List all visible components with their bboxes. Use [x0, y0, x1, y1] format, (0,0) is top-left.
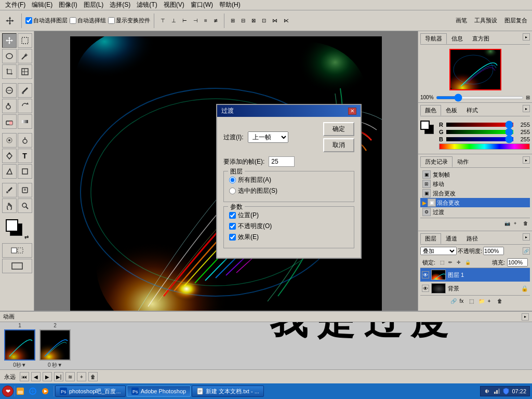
frame-1-delay[interactable]: 0秒▼ — [13, 362, 26, 369]
dodge-tool[interactable] — [18, 133, 32, 148]
patch-tool[interactable] — [2, 83, 17, 98]
dist-btn-2[interactable]: ⊟ — [238, 16, 248, 25]
menu-file[interactable]: 文件(F) — [2, 1, 29, 9]
align-top[interactable]: ⊤ — [158, 16, 168, 25]
align-left[interactable]: ⊣ — [191, 16, 201, 25]
auto-select-layer[interactable]: 自动选择图层 — [25, 17, 68, 24]
taskbar-photoshop-bar[interactable]: Ps photoshop吧_百度... — [55, 385, 126, 397]
slice-tool[interactable] — [18, 64, 32, 79]
brush-tool[interactable] — [18, 83, 32, 98]
menu-image[interactable]: 图像(I) — [56, 1, 80, 9]
quick-launch-ie[interactable] — [29, 385, 40, 397]
history-new-btn[interactable]: + — [511, 219, 520, 228]
swap-colors[interactable]: ⇄ — [24, 234, 29, 240]
delete-layer-btn[interactable]: 🗑 — [495, 297, 503, 305]
prev-frame-btn[interactable]: ◀ — [31, 372, 41, 381]
eraser-tool[interactable] — [2, 114, 17, 129]
effect-checkbox[interactable] — [229, 234, 236, 241]
frame-2-delay[interactable]: 0 秒▼ — [48, 362, 62, 369]
layers-panel-menu[interactable]: ▸ — [523, 233, 530, 241]
history-brush[interactable] — [18, 99, 32, 113]
anim-frame-1[interactable]: 1 0秒▼ — [4, 323, 35, 369]
history-panel-menu[interactable]: ▸ — [523, 156, 530, 164]
path-select[interactable] — [2, 164, 17, 179]
zoom-tool[interactable] — [18, 198, 32, 213]
color-swatches[interactable]: ⇄ — [6, 219, 29, 240]
align-hmid[interactable]: ≡ — [202, 16, 210, 25]
layer-eye-bg[interactable]: 👁 — [422, 285, 429, 292]
marquee-tool[interactable] — [18, 33, 32, 48]
frame-2-thumb[interactable] — [39, 329, 71, 361]
show-transform[interactable]: 显示变换控件 — [108, 17, 150, 24]
move-tool-btn[interactable] — [2, 14, 18, 28]
move-tool[interactable] — [2, 33, 17, 48]
history-snap-btn[interactable]: 📷 — [502, 219, 510, 228]
blend-mode-select[interactable]: 叠加 正常 正片叠底 — [420, 247, 457, 255]
color-tab-color[interactable]: 颜色 — [420, 105, 441, 116]
anim-frame-2[interactable]: 2 0 秒▼ — [39, 323, 71, 369]
play-btn[interactable]: ▶ — [43, 372, 52, 381]
next-frame-btn[interactable]: ▶| — [54, 372, 63, 381]
color-swatches-preview[interactable] — [420, 121, 437, 137]
history-item-2[interactable]: ▣ 混合更改 — [420, 189, 530, 198]
align-vmid[interactable]: ⊥ — [169, 16, 179, 25]
zoom-slider[interactable] — [436, 96, 524, 99]
blue-slider[interactable] — [446, 137, 513, 141]
tween-btn[interactable]: ≋ — [65, 372, 75, 381]
actions-tab[interactable]: 动作 — [453, 156, 473, 167]
position-checkbox[interactable] — [229, 212, 236, 219]
frames-input[interactable]: 25 — [269, 156, 295, 167]
menu-layer[interactable]: 图层(L) — [81, 1, 107, 9]
color-tab-swatches[interactable]: 色板 — [441, 105, 462, 116]
lasso-tool[interactable] — [2, 49, 17, 63]
anim-panel-menu[interactable]: ▸ — [522, 313, 529, 321]
layer-row-1[interactable]: 👁 图层 1 — [420, 268, 530, 282]
green-slider[interactable] — [446, 130, 513, 134]
right-toolbar-btn2[interactable]: 工具预设 — [472, 15, 500, 26]
channels-tab[interactable]: 通道 — [441, 233, 462, 244]
layer-eye-1[interactable]: 👁 — [422, 271, 429, 278]
menu-window[interactable]: 窗口(W) — [188, 1, 216, 9]
blur-tool[interactable] — [2, 133, 17, 148]
history-delete-btn[interactable]: 🗑 — [521, 219, 529, 228]
dialog-cancel-button[interactable]: 取消 — [323, 138, 354, 152]
opacity-checkbox[interactable] — [229, 223, 236, 230]
fg-color[interactable] — [420, 121, 430, 130]
dialog-title-bar[interactable]: 过渡 ✕ — [217, 105, 361, 117]
lock-all[interactable]: 🔒 — [462, 259, 470, 266]
color-tab-styles[interactable]: 样式 — [462, 105, 483, 116]
dialog-close-button[interactable]: ✕ — [348, 108, 356, 115]
text-tool[interactable]: T — [18, 149, 32, 163]
red-slider[interactable] — [446, 123, 513, 127]
opacity-input[interactable] — [483, 247, 504, 255]
nav-tab-navigator[interactable]: 导航器 — [420, 33, 447, 44]
wand-tool[interactable] — [18, 49, 32, 63]
frame-1-thumb[interactable] — [4, 329, 35, 361]
menu-view[interactable]: 视图(V) — [161, 1, 188, 9]
right-toolbar-btn3[interactable]: 图层复合 — [502, 15, 530, 26]
clone-tool[interactable] — [2, 99, 17, 113]
quick-launch-explorer[interactable] — [16, 385, 28, 397]
dist-btn-3[interactable]: ⊠ — [249, 16, 258, 25]
color-spectrum[interactable] — [439, 143, 530, 150]
menu-select[interactable]: 选择(S) — [107, 1, 134, 9]
menu-filter[interactable]: 滤镜(T) — [134, 1, 160, 9]
start-button[interactable]: ❤ — [2, 385, 14, 397]
dist-btn-6[interactable]: ⋉ — [281, 16, 291, 25]
dist-btn-4[interactable]: ⊡ — [259, 16, 269, 25]
dialog-ok-button[interactable]: 确定 — [323, 122, 354, 136]
taskbar-notepad[interactable]: 新建 文本文档.txt - ... — [192, 385, 264, 397]
shape-tool[interactable] — [18, 164, 32, 179]
delete-frame-btn[interactable]: 🗑 — [88, 372, 98, 381]
screen-mode[interactable] — [2, 259, 32, 273]
lock-position[interactable]: ✛ — [454, 259, 461, 266]
quick-mask[interactable] — [2, 243, 32, 258]
link-layers-btn[interactable]: 🔗 — [448, 297, 456, 305]
menu-help[interactable]: 帮助(H) — [216, 1, 244, 9]
layer-style-btn[interactable]: fx — [457, 297, 466, 305]
quick-launch-media[interactable] — [41, 385, 52, 397]
align-bottom[interactable]: ⊢ — [180, 16, 190, 25]
nav-panel-menu[interactable]: ▸ — [523, 33, 530, 41]
first-frame-btn[interactable]: ⏮ — [20, 372, 29, 381]
lock-transparent[interactable]: ⬚ — [437, 259, 445, 266]
